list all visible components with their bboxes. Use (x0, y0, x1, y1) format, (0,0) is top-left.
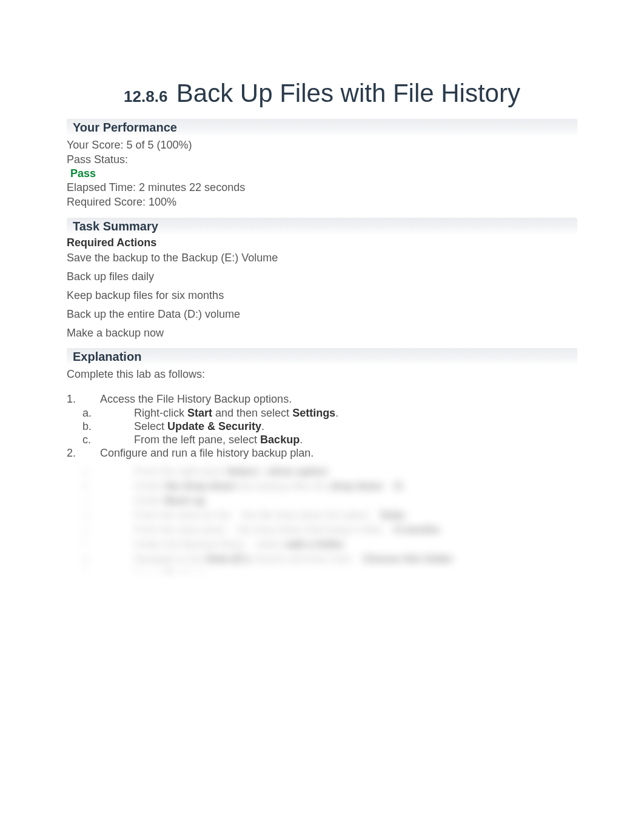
step-text: Configure and run a file history backup … (100, 447, 577, 460)
score-line: Your Score: 5 of 5 (100%) (67, 138, 577, 152)
substep-row: c. From the left pane, select Backup. (67, 434, 577, 446)
substep-row: b. Select Update & Security. (67, 420, 577, 433)
pass-status-label: Pass Status: (67, 152, 577, 167)
title-number: 12.8.6 (124, 87, 167, 106)
step-number: 2. (67, 447, 100, 460)
explanation-intro: Complete this lab as follows: (67, 368, 577, 381)
substep-text: From the left pane, select Backup. (134, 434, 577, 446)
title-text: Back Up Files with File History (176, 79, 520, 107)
step-number: 1. (67, 393, 100, 406)
action-item: Keep backup files for six months (67, 289, 577, 302)
substep-letter: a. (82, 407, 134, 420)
explanation-header: Explanation (67, 348, 577, 366)
blurred-content: aFrom the right pane Select a drive opti… (82, 466, 577, 572)
action-item: Back up files daily (67, 270, 577, 283)
performance-header: Your Performance (67, 119, 577, 136)
page-title: 12.8.6 Back Up Files with File History (67, 79, 577, 108)
substep-text: Select Update & Security. (134, 420, 577, 433)
step-text: Access the File History Backup options. (100, 393, 577, 406)
performance-section: Your Score: 5 of 5 (100%) Pass Status: P… (67, 138, 577, 209)
action-item: Back up the entire Data (D:) volume (67, 308, 577, 321)
action-item: Make a backup now (67, 327, 577, 340)
step-row: 2. Configure and run a file history back… (67, 447, 577, 460)
step-row: 1. Access the File History Backup option… (67, 393, 577, 406)
required-actions-header: Required Actions (67, 236, 577, 249)
substep-letter: c. (82, 434, 134, 446)
pass-status-value: Pass (67, 167, 577, 180)
substep-row: a. Right-click Start and then select Set… (67, 407, 577, 420)
task-summary-header: Task Summary (67, 218, 577, 235)
steps-list: 1. Access the File History Backup option… (67, 393, 577, 572)
action-item: Save the backup to the Backup (E:) Volum… (67, 252, 577, 264)
elapsed-line: Elapsed Time: 2 minutes 22 seconds (67, 180, 577, 195)
required-line: Required Score: 100% (67, 195, 577, 209)
substep-text: Right-click Start and then select Settin… (134, 407, 577, 420)
substep-letter: b. (82, 420, 134, 433)
